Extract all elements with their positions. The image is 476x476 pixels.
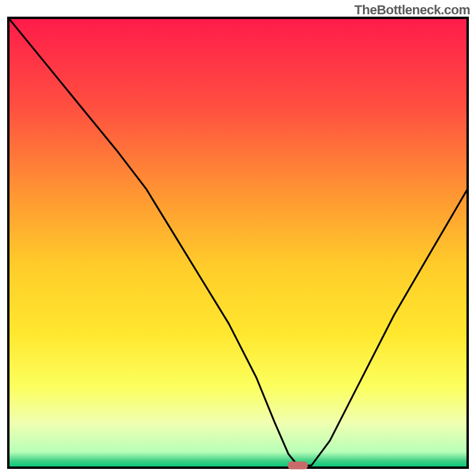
plot-background	[8, 18, 468, 468]
bottleneck-chart	[0, 0, 476, 476]
min-marker	[287, 462, 308, 469]
chart-container: TheBottleneck.com	[0, 0, 476, 476]
